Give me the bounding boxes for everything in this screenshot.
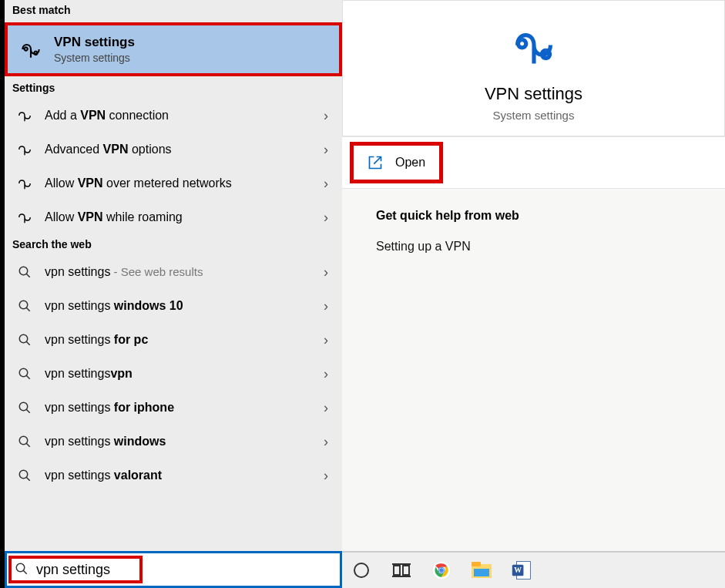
svg-point-0	[19, 267, 28, 275]
vpn-icon	[15, 140, 34, 159]
search-input[interactable]	[36, 562, 215, 578]
result-label: vpn settings - See web results	[45, 265, 313, 279]
svg-line-1	[26, 274, 30, 277]
svg-line-5	[26, 341, 30, 345]
result-label: vpn settings windows	[45, 435, 313, 449]
result-label: vpn settings for pc	[45, 333, 313, 347]
svg-line-9	[26, 409, 30, 413]
svg-rect-18	[403, 566, 409, 575]
settings-header: Settings	[5, 78, 342, 99]
word-icon[interactable]: W	[510, 559, 533, 582]
web-result-item[interactable]: vpn settings for pc›	[5, 323, 342, 357]
svg-line-15	[23, 570, 27, 574]
settings-result-item[interactable]: Advanced VPN options›	[5, 133, 342, 166]
settings-result-item[interactable]: Allow VPN over metered networks›	[5, 166, 342, 200]
chevron-right-icon: ›	[324, 176, 328, 192]
chevron-right-icon: ›	[324, 366, 328, 382]
search-icon	[15, 398, 34, 417]
chevron-right-icon: ›	[324, 264, 328, 281]
result-label: vpn settings windows 10	[45, 299, 313, 313]
cortana-icon[interactable]	[350, 559, 373, 582]
svg-line-13	[26, 477, 30, 481]
web-result-item[interactable]: vpn settings - See web results›	[5, 255, 342, 289]
best-match-header: Best match	[5, 0, 342, 21]
chevron-right-icon: ›	[324, 142, 328, 158]
best-match-title: VPN settings	[54, 35, 135, 50]
result-label: Add a VPN connection	[45, 109, 313, 123]
chevron-right-icon: ›	[324, 400, 328, 416]
preview-panel: VPN settings System settings Open Get qu…	[342, 0, 725, 588]
search-results-panel: Best match VPN settings System settings …	[0, 0, 342, 588]
result-label: vpn settings for iphone	[45, 401, 313, 415]
preview-title: VPN settings	[343, 84, 724, 104]
svg-point-10	[19, 436, 28, 445]
chevron-right-icon: ›	[324, 332, 328, 348]
svg-point-2	[19, 301, 28, 309]
svg-point-16	[354, 563, 368, 577]
settings-result-item[interactable]: Allow VPN while roaming›	[5, 200, 342, 234]
search-icon	[15, 331, 34, 349]
taskbar: W	[342, 551, 725, 588]
svg-rect-26	[474, 569, 489, 576]
chevron-right-icon: ›	[324, 298, 328, 314]
svg-line-11	[26, 443, 30, 447]
svg-text:W: W	[514, 566, 522, 574]
search-icon	[15, 432, 34, 451]
search-icon	[15, 297, 34, 315]
result-label: Allow VPN while roaming	[45, 210, 313, 224]
svg-point-6	[19, 368, 28, 377]
help-link-setup-vpn[interactable]: Setting up a VPN	[376, 240, 725, 254]
web-result-item[interactable]: vpn settings valorant›	[5, 459, 342, 492]
open-icon	[368, 155, 383, 170]
chrome-icon[interactable]	[430, 559, 453, 582]
svg-rect-17	[394, 566, 400, 575]
search-web-header: Search the web	[5, 234, 342, 255]
web-result-item[interactable]: vpn settings windows›	[5, 425, 342, 459]
open-label: Open	[395, 156, 425, 170]
svg-point-23	[439, 568, 443, 572]
result-label: Advanced VPN options	[45, 143, 313, 156]
best-match-result[interactable]: VPN settings System settings	[5, 22, 342, 76]
svg-line-3	[26, 307, 30, 311]
svg-point-8	[19, 402, 28, 411]
svg-point-4	[19, 334, 28, 343]
chevron-right-icon: ›	[324, 434, 328, 450]
search-bar[interactable]	[5, 551, 342, 588]
web-result-item[interactable]: vpn settingsvpn›	[5, 357, 342, 391]
task-view-icon[interactable]	[390, 559, 413, 582]
search-icon	[15, 263, 34, 281]
result-label: vpn settings valorant	[45, 469, 313, 482]
search-icon	[15, 562, 29, 578]
result-label: Allow VPN over metered networks	[45, 176, 313, 190]
chevron-right-icon: ›	[324, 468, 328, 484]
svg-line-7	[26, 375, 30, 379]
open-button[interactable]: Open	[350, 142, 443, 183]
preview-card: VPN settings System settings	[342, 0, 725, 136]
settings-result-item[interactable]: Add a VPN connection›	[5, 99, 342, 133]
vpn-icon	[15, 174, 34, 193]
vpn-icon	[15, 208, 34, 227]
svg-point-12	[19, 470, 28, 479]
preview-subtitle: System settings	[343, 109, 724, 122]
search-icon	[15, 466, 34, 485]
result-label: vpn settingsvpn	[45, 367, 313, 381]
vpn-icon	[18, 37, 43, 62]
svg-point-14	[16, 563, 25, 572]
chevron-right-icon: ›	[324, 210, 328, 226]
chevron-right-icon: ›	[324, 108, 328, 124]
svg-rect-25	[472, 562, 481, 566]
vpn-icon	[507, 24, 561, 70]
web-result-item[interactable]: vpn settings for iphone›	[5, 391, 342, 425]
file-explorer-icon[interactable]	[470, 559, 493, 582]
quick-help-header: Get quick help from web	[376, 209, 725, 223]
best-match-subtitle: System settings	[54, 52, 135, 64]
search-icon	[15, 365, 34, 383]
vpn-icon	[15, 106, 34, 125]
quick-help-section: Get quick help from web Setting up a VPN	[342, 189, 725, 254]
open-row: Open	[342, 136, 725, 189]
web-result-item[interactable]: vpn settings windows 10›	[5, 289, 342, 323]
